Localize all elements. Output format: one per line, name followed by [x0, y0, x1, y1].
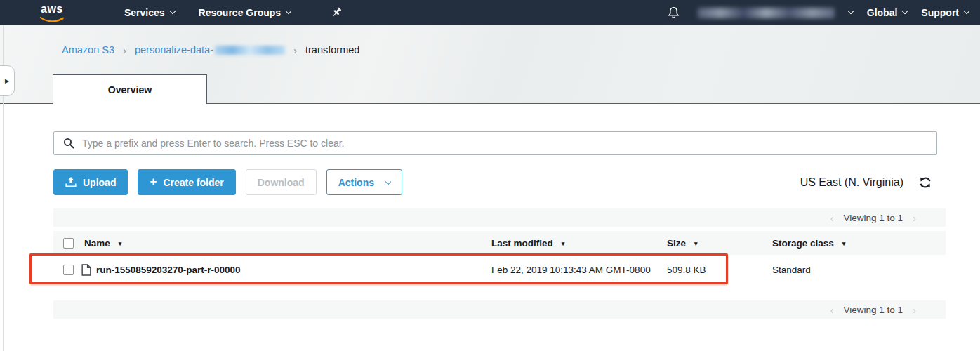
storage-class-cell: Standard [772, 255, 811, 284]
chevron-down-icon [848, 8, 854, 14]
breadcrumb-amazon-s3-link[interactable]: Amazon S3 [62, 44, 114, 55]
chevron-down-icon [964, 8, 969, 14]
column-header-name[interactable]: Name ▾ [84, 231, 121, 255]
bucket-name-redacted [215, 46, 285, 55]
download-button[interactable]: Download [246, 169, 317, 195]
chevron-down-icon [902, 8, 908, 14]
account-name-redacted [698, 8, 835, 18]
pagination-bar-bottom: ‹ Viewing 1 to 1 › [53, 300, 946, 319]
nav-services-menu[interactable]: Services [124, 7, 175, 18]
account-menu[interactable] [698, 8, 853, 18]
table-row: run-1550859203270-part-r-00000 Feb 22, 2… [53, 255, 946, 284]
sidebar-expand-toggle[interactable]: ▶ [0, 65, 15, 96]
column-header-name-label: Name [84, 238, 110, 249]
pushpin-icon [331, 7, 342, 18]
search-input[interactable] [82, 132, 936, 154]
nav-support-label: Support [921, 7, 959, 18]
create-folder-button[interactable]: + Create folder [138, 169, 235, 195]
breadcrumb-separator-icon: › [293, 44, 297, 56]
notifications-button[interactable] [668, 6, 680, 19]
column-header-last-modified[interactable]: Last modified ▾ [491, 231, 564, 255]
object-name-cell: run-1550859203270-part-r-00000 [81, 255, 241, 284]
nav-region-menu[interactable]: Global [867, 7, 908, 18]
column-header-storage-class-label: Storage class [772, 238, 834, 249]
content-panel: Upload + Create folder Download Actions … [0, 103, 980, 351]
refresh-button[interactable] [919, 177, 932, 188]
prefix-search-box [53, 131, 937, 155]
breadcrumb: Amazon S3 › personalize-data- › transfor… [62, 43, 359, 57]
aws-logo[interactable]: aws [39, 2, 68, 23]
toolbar: Upload + Create folder Download Actions … [53, 169, 946, 195]
viewing-range-label: Viewing 1 to 1 [843, 213, 903, 223]
aws-logo-text: aws [41, 3, 63, 15]
object-name-link[interactable]: run-1550859203270-part-r-00000 [96, 265, 241, 275]
file-icon [81, 264, 91, 276]
chevron-down-icon [286, 8, 291, 14]
actions-button-label: Actions [338, 177, 374, 188]
size-cell: 509.8 KB [667, 255, 706, 284]
s3-console-screen: aws Services Resource Groups [0, 0, 980, 351]
page-next-icon[interactable]: › [913, 213, 916, 223]
upload-button[interactable]: Upload [53, 169, 128, 195]
tab-overview[interactable]: Overview [53, 74, 207, 104]
nav-region-label: Global [867, 7, 898, 18]
table-header-row: Name ▾ Last modified ▾ Size ▾ Storage cl… [53, 231, 946, 255]
column-header-size[interactable]: Size ▾ [667, 231, 698, 255]
sort-caret-icon: ▾ [842, 240, 846, 247]
nav-support-menu[interactable]: Support [921, 7, 969, 18]
select-all-checkbox[interactable] [63, 238, 74, 249]
page-prev-icon[interactable]: ‹ [830, 213, 833, 223]
column-header-storage-class[interactable]: Storage class ▾ [772, 231, 845, 255]
refresh-icon [919, 177, 932, 188]
nav-resource-groups-label: Resource Groups [199, 7, 281, 18]
column-header-size-label: Size [667, 238, 686, 249]
chevron-down-icon [169, 8, 175, 14]
breadcrumb-current-folder: transformed [305, 44, 359, 55]
top-nav-bar: aws Services Resource Groups [0, 0, 980, 25]
viewing-range-label: Viewing 1 to 1 [843, 305, 903, 315]
download-button-label: Download [258, 177, 305, 188]
row-select-cell [63, 255, 74, 284]
region-cluster: US East (N. Virginia) [800, 169, 932, 195]
actions-dropdown-button[interactable]: Actions [326, 169, 402, 195]
sort-caret-icon: ▾ [119, 240, 122, 247]
sort-caret-icon: ▾ [694, 240, 698, 247]
column-header-last-modified-label: Last modified [491, 238, 553, 249]
bell-icon [668, 6, 680, 19]
aws-smile-icon [39, 16, 67, 23]
page-next-icon[interactable]: › [913, 305, 916, 315]
nav-left-group: aws Services Resource Groups [39, 2, 342, 23]
nav-resource-groups-menu[interactable]: Resource Groups [199, 7, 291, 18]
breadcrumb-separator-icon: › [123, 44, 126, 56]
breadcrumb-bucket-prefix: personalize-data- [135, 44, 213, 55]
nav-services-label: Services [124, 7, 165, 18]
plus-icon: + [150, 175, 157, 189]
pin-shortcut-button[interactable] [331, 7, 342, 18]
create-folder-button-label: Create folder [163, 177, 223, 188]
pagination-bar-top: ‹ Viewing 1 to 1 › [53, 208, 946, 227]
nav-right-group: Global Support [668, 6, 969, 19]
sort-caret-icon: ▾ [562, 240, 565, 247]
breadcrumb-bucket-link[interactable]: personalize-data- [135, 44, 285, 55]
chevron-down-icon [385, 178, 391, 184]
search-icon [63, 138, 74, 149]
upload-icon [65, 177, 77, 187]
upload-button-label: Upload [83, 177, 116, 188]
region-label: US East (N. Virginia) [800, 176, 903, 189]
last-modified-cell: Feb 22, 2019 10:13:43 AM GMT-0800 [491, 255, 651, 284]
select-all-cell [63, 231, 74, 255]
page-prev-icon[interactable]: ‹ [830, 305, 833, 315]
tab-overview-label: Overview [108, 84, 152, 95]
row-checkbox[interactable] [63, 265, 74, 275]
triangle-right-icon: ▶ [5, 78, 9, 84]
